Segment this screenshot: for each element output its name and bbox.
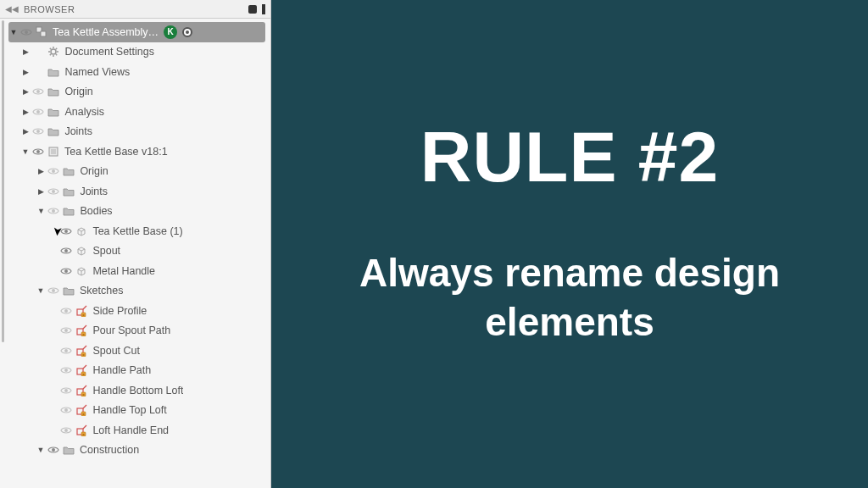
tree-item[interactable]: Joints xyxy=(8,181,265,202)
panel-dock-icon[interactable] xyxy=(262,4,265,14)
visibility-icon[interactable] xyxy=(58,343,74,358)
cube-icon xyxy=(74,263,89,279)
browser-tree: Tea Kettle Assembly… K Document Settings… xyxy=(0,19,270,463)
tree-sketch-item[interactable]: Handle Bottom Loft xyxy=(8,380,265,401)
tree-item[interactable]: Analysis xyxy=(8,102,265,122)
tree-item[interactable]: Joints xyxy=(8,122,265,142)
sketch-icon xyxy=(74,383,89,398)
sketch-icon xyxy=(74,423,89,438)
expand-toggle-icon[interactable] xyxy=(20,87,31,96)
browser-panel-title: BROWSER xyxy=(24,4,245,14)
tree-item-label: Spout Cut xyxy=(89,345,140,357)
visibility-icon[interactable] xyxy=(58,383,74,398)
visibility-icon[interactable] xyxy=(31,84,46,99)
tree-item-label: Named Views xyxy=(61,66,130,78)
visibility-icon[interactable] xyxy=(58,263,74,279)
tree-sketch-item[interactable]: Loft Handle End xyxy=(8,420,265,441)
tree-item-label: Metal Handle xyxy=(89,265,155,277)
visibility-icon[interactable] xyxy=(19,25,34,40)
folder-icon xyxy=(46,64,61,80)
cube-icon xyxy=(74,243,89,258)
tree-body-item[interactable]: Metal Handle xyxy=(8,261,265,281)
tree-item-label: Loft Handle End xyxy=(89,424,169,436)
browser-panel-header: ◀◀ BROWSER xyxy=(0,0,270,19)
expand-toggle-icon[interactable] xyxy=(8,28,19,36)
visibility-icon[interactable] xyxy=(46,442,61,458)
tree-root-row[interactable]: Tea Kettle Assembly… K xyxy=(8,22,265,42)
expand-toggle-icon[interactable] xyxy=(20,147,31,156)
browser-scrollbar[interactable] xyxy=(2,20,4,342)
tree-item[interactable]: Origin xyxy=(8,162,265,182)
tree-item-label: Document Settings xyxy=(61,46,154,58)
tree-item-label: Tea Kettle Base (1) xyxy=(89,225,182,237)
expand-toggle-icon[interactable] xyxy=(36,286,46,295)
visibility-icon[interactable] xyxy=(58,363,74,378)
folder-icon xyxy=(46,124,61,139)
assembly-icon xyxy=(34,25,49,40)
expand-toggle-icon[interactable] xyxy=(36,167,46,175)
tree-item-label: Handle Bottom Loft xyxy=(89,385,183,396)
expand-toggle-icon[interactable] xyxy=(36,446,46,454)
expand-toggle-icon[interactable] xyxy=(20,47,31,56)
cube-icon xyxy=(74,224,89,239)
tree-item-label: Bodies xyxy=(76,205,112,217)
visibility-icon[interactable] xyxy=(46,184,61,199)
sketch-icon xyxy=(74,402,89,418)
panel-settings-icon[interactable] xyxy=(248,5,257,14)
tree-item-label: Origin xyxy=(76,165,108,177)
tree-item[interactable]: Origin xyxy=(8,82,265,103)
tree-item-label: Tea Kettle Base v18:1 xyxy=(61,146,168,158)
tree-item[interactable]: Bodies xyxy=(8,202,265,222)
tree-item-label: Construction xyxy=(76,444,139,456)
expand-toggle-icon[interactable] xyxy=(36,207,46,215)
browser-panel: ◀◀ BROWSER Tea Kettle Assembly… K Docume… xyxy=(0,0,271,488)
folder-icon xyxy=(61,203,76,219)
folder-icon xyxy=(46,104,61,119)
folder-icon xyxy=(46,84,61,99)
sketch-icon xyxy=(74,323,89,338)
visibility-icon[interactable] xyxy=(58,423,74,438)
visibility-icon[interactable] xyxy=(58,243,74,258)
tree-sketch-item[interactable]: Handle Path xyxy=(8,361,265,381)
slide-heading: RULE #2 xyxy=(420,116,719,198)
folder-icon xyxy=(61,164,76,179)
visibility-icon[interactable] xyxy=(46,203,61,219)
tree-item-label: Spout xyxy=(89,245,120,257)
tree-sketch-item[interactable]: Side Profile xyxy=(8,301,265,321)
tree-sketch-item[interactable]: Pour Spout Path xyxy=(8,321,265,341)
slide-body: Always rename design elements xyxy=(271,249,868,347)
expand-toggle-icon[interactable] xyxy=(20,127,31,136)
visibility-icon[interactable] xyxy=(46,283,61,298)
visibility-icon[interactable] xyxy=(31,104,46,119)
tree-item-label: Pour Spout Path xyxy=(89,324,170,336)
tree-sketch-item[interactable]: Handle Top Loft xyxy=(8,401,265,421)
tree-body-item[interactable]: Spout xyxy=(8,241,265,262)
expand-toggle-icon[interactable] xyxy=(20,108,31,116)
tree-item-label: Joints xyxy=(61,125,92,137)
folder-icon xyxy=(61,184,76,199)
activate-radio-icon[interactable] xyxy=(182,27,192,37)
tree-item-label: Handle Path xyxy=(89,364,151,376)
tree-body-item[interactable]: Tea Kettle Base (1) xyxy=(8,221,265,241)
tree-item[interactable]: Named Views xyxy=(8,62,265,82)
tree-sketches-folder[interactable]: Sketches xyxy=(8,281,265,302)
collapse-panel-icon[interactable]: ◀◀ xyxy=(5,4,19,14)
sketch-icon xyxy=(74,303,89,319)
visibility-icon[interactable] xyxy=(58,224,74,239)
expand-toggle-icon[interactable] xyxy=(20,68,31,76)
visibility-icon[interactable] xyxy=(46,164,61,179)
info-slide: RULE #2 Always rename design elements xyxy=(271,0,868,488)
tree-construction-folder[interactable]: Construction xyxy=(8,441,265,461)
visibility-icon[interactable] xyxy=(58,323,74,338)
visibility-icon[interactable] xyxy=(31,144,46,159)
tree-sketch-item[interactable]: Spout Cut xyxy=(8,341,265,361)
tree-item[interactable]: Document Settings xyxy=(8,42,265,63)
tree-item-label: Analysis xyxy=(61,106,104,118)
gear-icon xyxy=(46,44,61,59)
tree-item-label: Origin xyxy=(61,86,92,97)
visibility-icon[interactable] xyxy=(58,402,74,418)
visibility-icon[interactable] xyxy=(58,303,74,319)
visibility-icon[interactable] xyxy=(31,124,46,139)
tree-component-row[interactable]: Tea Kettle Base v18:1 xyxy=(8,141,265,162)
expand-toggle-icon[interactable] xyxy=(36,187,46,196)
